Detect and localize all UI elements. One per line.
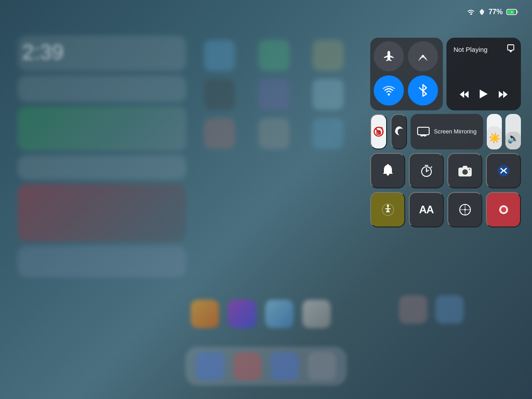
airplane-mode-button[interactable] (374, 41, 404, 71)
rotation-lock-button[interactable] (370, 114, 387, 149)
play-button[interactable] (475, 87, 492, 104)
dock-icon-3 (270, 352, 299, 380)
app-blur-6 (313, 79, 344, 110)
airplay-icon (506, 43, 516, 53)
shazam-icon (497, 164, 510, 177)
wifi-icon (466, 8, 475, 16)
now-playing-block[interactable]: Not Playing (446, 38, 521, 110)
text-size-label: AA (419, 203, 434, 216)
volume-slider[interactable]: 🔉 (505, 114, 521, 149)
svg-marker-6 (460, 91, 464, 98)
do-not-disturb-icon (391, 125, 406, 139)
battery-icon (506, 8, 519, 16)
svg-rect-15 (418, 127, 429, 135)
screen-mirror-icon (417, 127, 430, 137)
svg-marker-8 (480, 90, 488, 98)
bottom-app-row (191, 300, 331, 328)
svg-rect-2 (516, 11, 518, 13)
svg-point-24 (387, 205, 389, 207)
widget-red (18, 184, 186, 242)
wallet-icon (459, 203, 471, 216)
svg-marker-9 (499, 91, 503, 98)
rewind-icon (459, 90, 469, 99)
dock (185, 347, 347, 386)
cc-row-1: Not Playing (370, 38, 521, 110)
do-not-disturb-button[interactable] (391, 114, 407, 149)
svg-point-29 (501, 207, 506, 212)
battery-percentage: 77% (489, 8, 503, 16)
wifi-toggle-button[interactable] (374, 75, 404, 106)
red-button[interactable] (486, 192, 521, 227)
cc-row-4: AA (370, 192, 521, 227)
play-icon (479, 89, 489, 99)
app-blur-3 (313, 40, 344, 71)
status-bar: 77% (466, 8, 519, 16)
screen-mirror-text: Screen Mirroring (434, 128, 477, 136)
connectivity-block[interactable] (370, 38, 443, 110)
widget-area-blurred (18, 35, 186, 277)
svg-point-21 (469, 169, 470, 170)
camera-icon (458, 164, 472, 177)
brightness-slider[interactable]: ☀️ (487, 114, 502, 149)
screen-mirroring-button[interactable]: Screen Mirroring (411, 114, 483, 149)
shazam-button[interactable] (486, 153, 521, 188)
widget-flag (18, 106, 186, 151)
svg-rect-3 (508, 10, 515, 14)
brightness-icon: ☀️ (489, 133, 501, 144)
dock-icon-1 (196, 352, 224, 380)
accessibility-icon (381, 203, 395, 216)
app-blur-5 (258, 79, 289, 110)
text-size-button[interactable]: AA (409, 192, 444, 227)
bluetooth-button[interactable] (408, 75, 438, 106)
widget-4 (18, 155, 186, 180)
timer-icon (420, 164, 433, 177)
app-right-2 (435, 295, 464, 324)
timer-button[interactable] (409, 153, 444, 188)
location-icon (479, 8, 485, 16)
dock-icon-4 (308, 352, 336, 380)
app-blur-9 (313, 118, 344, 149)
hotspot-icon (416, 50, 430, 63)
right-bottom-apps (399, 295, 464, 324)
svg-rect-12 (376, 130, 381, 135)
widget-2 (18, 75, 186, 102)
app-blur-8 (258, 118, 289, 149)
dock-icon-2 (233, 352, 262, 380)
wifi-toggle-icon (382, 85, 395, 96)
hotspot-button[interactable] (408, 41, 438, 71)
svg-point-20 (464, 171, 466, 173)
camera-button[interactable] (447, 153, 482, 188)
rewind-button[interactable] (455, 88, 473, 103)
red-button-icon (497, 203, 510, 216)
cc-row-3 (370, 153, 521, 188)
media-controls (454, 87, 514, 104)
app-blur-4 (204, 79, 235, 110)
widget-6 (18, 246, 186, 277)
widget-1 (18, 35, 186, 71)
app-purple (228, 300, 256, 328)
app-grid-blurred (200, 35, 364, 153)
rotation-lock-icon (371, 124, 386, 139)
app-blur-1 (204, 40, 235, 71)
airplay-button[interactable] (506, 43, 516, 55)
now-playing-title: Not Playing (454, 46, 514, 53)
bluetooth-icon (418, 84, 428, 97)
app-gray-app (302, 300, 331, 328)
control-center: Not Playing (370, 38, 521, 227)
bell-icon (381, 164, 395, 178)
app-blur-7 (204, 118, 235, 149)
cc-row-2: Screen Mirroring ☀️ 🔉 (370, 114, 521, 149)
airplane-icon (382, 49, 396, 63)
volume-icon: 🔉 (507, 133, 519, 144)
app-blue-app (265, 300, 293, 328)
svg-marker-7 (464, 91, 469, 98)
wallet-button[interactable] (447, 192, 482, 227)
fastforward-icon (498, 90, 509, 99)
svg-marker-10 (503, 91, 508, 98)
bell-button[interactable] (370, 153, 405, 188)
fastforward-button[interactable] (494, 88, 512, 103)
app-right-1 (399, 295, 427, 324)
svg-point-27 (464, 209, 466, 211)
app-yellow (191, 300, 219, 328)
accessibility-button[interactable] (370, 192, 405, 227)
